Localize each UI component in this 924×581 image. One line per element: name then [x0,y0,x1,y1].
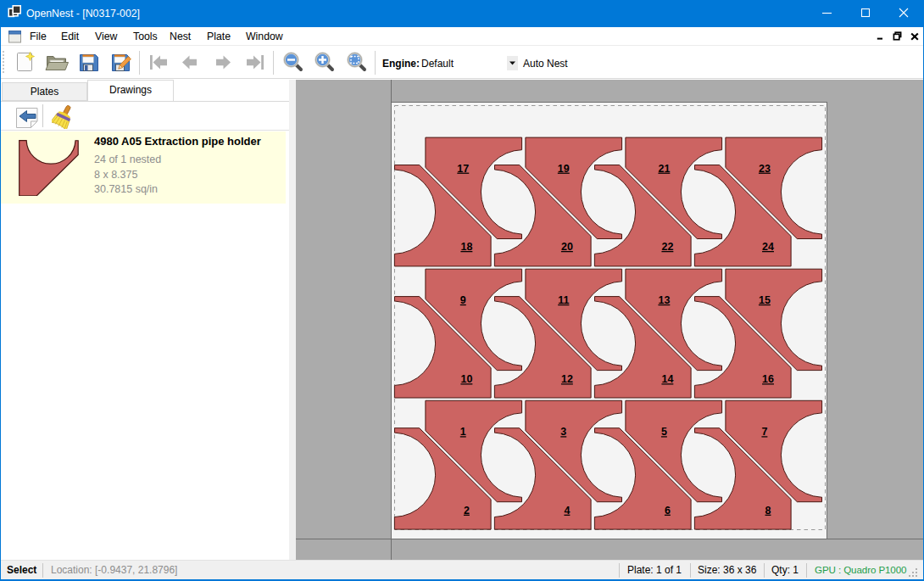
svg-text:14: 14 [661,373,673,385]
svg-text:11: 11 [558,294,569,306]
svg-text:9: 9 [460,294,466,306]
svg-text:10: 10 [460,373,472,385]
svg-text:3: 3 [560,426,566,438]
svg-text:2: 2 [464,505,470,517]
svg-text:12: 12 [561,373,573,385]
svg-text:4: 4 [564,505,570,517]
svg-text:20: 20 [561,241,573,253]
svg-text:1: 1 [460,426,466,438]
svg-text:6: 6 [665,505,671,517]
svg-text:13: 13 [658,294,670,306]
svg-text:18: 18 [460,241,472,253]
svg-text:7: 7 [761,426,767,438]
svg-text:5: 5 [661,426,667,438]
svg-text:8: 8 [765,505,771,517]
svg-text:24: 24 [762,241,774,253]
svg-text:23: 23 [759,163,771,175]
svg-text:19: 19 [558,163,570,175]
svg-text:21: 21 [658,163,670,175]
svg-text:22: 22 [661,241,673,253]
svg-text:17: 17 [457,163,469,175]
svg-text:15: 15 [759,294,771,306]
svg-text:16: 16 [762,373,774,385]
